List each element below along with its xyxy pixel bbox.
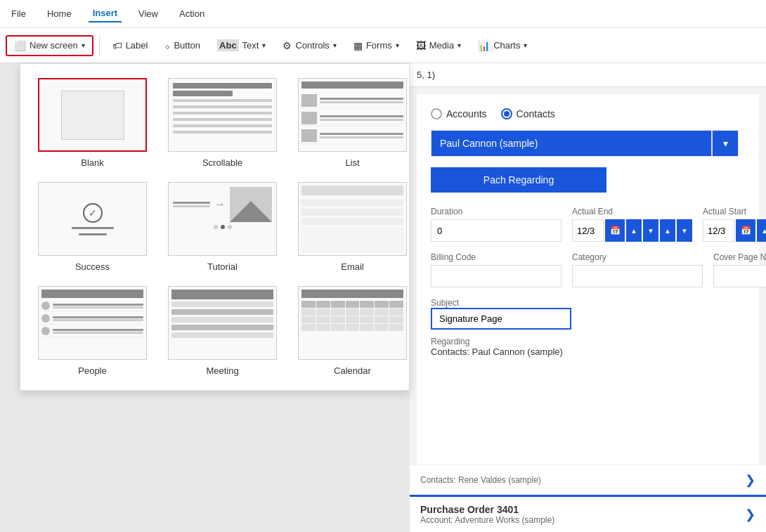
calendar-preview: [299, 287, 406, 359]
screen-email[interactable]: Email: [298, 182, 407, 272]
list-preview: [299, 79, 406, 151]
actual-end-date-group: 📅 ▲ ▼ ▲ ▼: [572, 219, 692, 242]
controls-chevron-icon: ▾: [333, 41, 337, 49]
screen-meeting[interactable]: Meeting: [168, 286, 277, 376]
menu-home[interactable]: Home: [43, 6, 76, 22]
subject-value[interactable]: Signature Page: [431, 308, 571, 330]
menu-action[interactable]: Action: [175, 6, 209, 22]
menu-view[interactable]: View: [134, 6, 162, 22]
actual-end-label: Actual End: [572, 207, 692, 216]
billing-code-input[interactable]: [431, 265, 561, 287]
app-panel: 5, 1) Accounts Contacts Paul Cannon (sam…: [410, 63, 766, 532]
controls-button[interactable]: ⚙ Controls ▾: [275, 37, 343, 55]
calendar-label: Calendar: [334, 365, 371, 376]
formula-text: 5, 1): [417, 70, 435, 80]
scrollable-preview: [169, 79, 276, 151]
actual-start-input[interactable]: [703, 219, 734, 242]
pach-regarding-button[interactable]: Pach Regarding: [431, 167, 606, 193]
new-screen-button[interactable]: ⬜ New screen ▾: [6, 35, 93, 56]
charts-chevron-icon: ▾: [524, 41, 527, 49]
email-thumb: [298, 182, 407, 256]
actual-end-hour-up[interactable]: ▲: [626, 219, 642, 242]
menu-insert[interactable]: Insert: [89, 5, 122, 22]
cover-page-field: Cover Page Name: [713, 252, 766, 287]
list-label: List: [345, 157, 359, 168]
billing-code-field: Billing Code: [431, 252, 561, 287]
screen-list[interactable]: List: [298, 78, 407, 168]
list-item-1-content: Contacts: Rene Valdes (sample): [420, 475, 541, 485]
list-item-1-subtitle: Contacts: Rene Valdes (sample): [420, 475, 541, 485]
charts-button[interactable]: 📊 Charts ▾: [471, 37, 534, 55]
meeting-thumb: [168, 286, 277, 360]
people-preview: [39, 287, 146, 359]
label-icon: 🏷: [112, 40, 122, 51]
controls-icon: ⚙: [283, 40, 292, 51]
accounts-radio-circle: [431, 108, 442, 119]
accounts-radio[interactable]: Accounts: [431, 108, 487, 119]
actual-end-min-up[interactable]: ▲: [660, 219, 675, 242]
media-button[interactable]: 🖼 Media ▾: [409, 37, 468, 55]
duration-input[interactable]: [431, 219, 561, 242]
list-item-1[interactable]: Contacts: Rene Valdes (sample) ❯: [410, 465, 766, 495]
actual-end-hour-down[interactable]: ▼: [643, 219, 658, 242]
list-thumb: [298, 78, 407, 152]
forms-button[interactable]: ▦ Forms ▾: [346, 37, 406, 55]
regarding-label: Regarding: [431, 337, 745, 346]
actual-start-date-group: 📅 ▲ ▼ ▲ ▼: [703, 219, 766, 242]
screen-grid: Blank Scrollable: [38, 78, 391, 376]
menubar: File Home Insert View Action: [0, 0, 766, 28]
success-label: Success: [75, 261, 110, 272]
email-preview: [299, 183, 406, 255]
text-button[interactable]: Abc Text ▾: [210, 36, 273, 55]
screen-tutorial[interactable]: → Tutorial: [168, 182, 277, 272]
blank-preview: [61, 91, 124, 140]
toolbar-separator: [99, 35, 100, 56]
button-button[interactable]: ⬦ Button: [157, 37, 207, 55]
scrollable-thumb: [168, 78, 277, 152]
dropdown-arrow-icon: ▾: [723, 138, 728, 149]
contact-select[interactable]: Paul Cannon (sample): [431, 130, 712, 157]
list-item-2-subtitle: Account: Adventure Works (sample): [420, 515, 554, 525]
success-preview: ✓: [39, 183, 146, 255]
label-button[interactable]: 🏷 Label: [105, 37, 155, 55]
button-icon: ⬦: [164, 40, 170, 51]
screen-scrollable[interactable]: Scrollable: [168, 78, 277, 168]
menu-file[interactable]: File: [7, 6, 30, 22]
new-screen-chevron-icon: ▾: [82, 41, 85, 49]
category-input[interactable]: [572, 265, 703, 287]
new-screen-label: New screen: [30, 40, 78, 51]
list-item-2[interactable]: Purchase Order 3401 Account: Adventure W…: [410, 495, 766, 532]
radio-group: Accounts Contacts: [431, 108, 745, 119]
meeting-label: Meeting: [206, 365, 238, 376]
select-value: Paul Cannon (sample): [440, 138, 538, 149]
list-item-2-content: Purchase Order 3401 Account: Adventure W…: [420, 504, 554, 525]
actual-end-field: Actual End 📅 ▲ ▼ ▲ ▼: [572, 207, 692, 242]
people-label: People: [78, 365, 106, 376]
screen-people[interactable]: People: [38, 286, 147, 376]
screen-success[interactable]: ✓ Success: [38, 182, 147, 272]
cover-page-label: Cover Page Name: [713, 252, 766, 262]
actual-end-input[interactable]: [572, 219, 604, 242]
accounts-label: Accounts: [446, 108, 487, 119]
form-section-2: Billing Code Category Cover Page Name: [431, 252, 745, 287]
category-label: Category: [572, 252, 703, 262]
success-thumb: ✓: [38, 182, 147, 256]
screen-blank[interactable]: Blank: [38, 78, 147, 168]
actual-end-calendar-button[interactable]: 📅: [605, 219, 625, 242]
actual-end-min-down[interactable]: ▼: [677, 219, 692, 242]
scrollable-label: Scrollable: [202, 157, 242, 168]
text-icon: Abc: [217, 39, 239, 51]
toolbar: ⬜ New screen ▾ 🏷 Label ⬦ Button Abc Text…: [0, 28, 766, 63]
select-arrow-button[interactable]: ▾: [712, 130, 739, 157]
contacts-radio[interactable]: Contacts: [501, 108, 555, 119]
form-section-1: Duration Actual End 📅 ▲ ▼ ▲ ▼ Actual Sta…: [431, 207, 745, 242]
actual-start-field: Actual Start 📅 ▲ ▼ ▲ ▼: [703, 207, 766, 242]
people-thumb: [38, 286, 147, 360]
forms-chevron-icon: ▾: [396, 41, 399, 49]
actual-start-calendar-button[interactable]: 📅: [736, 219, 755, 242]
cover-page-input[interactable]: [713, 265, 766, 287]
white-panel: Accounts Contacts Paul Cannon (sample) ▾…: [417, 94, 759, 502]
actual-start-hour-up[interactable]: ▲: [757, 219, 766, 242]
screen-calendar[interactable]: Calendar: [298, 286, 407, 376]
new-screen-icon: ⬜: [14, 40, 26, 51]
